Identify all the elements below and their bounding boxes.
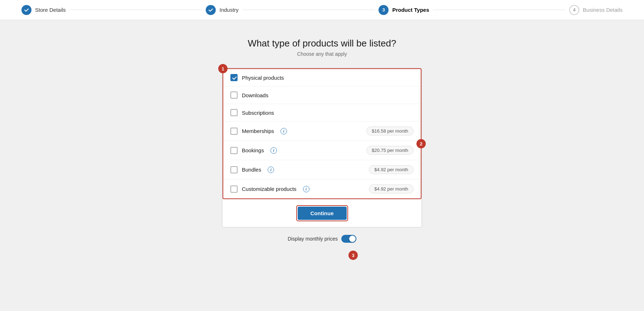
product-item-subscriptions[interactable]: Subscriptions xyxy=(223,104,421,122)
step-circle-business-details: 4 xyxy=(569,5,579,15)
continue-btn-wrapper: Continue xyxy=(296,205,348,221)
product-item-downloads[interactable]: Downloads xyxy=(223,87,421,104)
annotation-badge-1: 1 xyxy=(218,64,228,73)
annotation-badge-3: 3 xyxy=(348,251,358,260)
step-label-business-details: Business Details xyxy=(583,7,623,13)
page-title: What type of products will be listed? xyxy=(248,38,396,49)
product-name-memberships: Memberships xyxy=(242,128,274,134)
price-memberships: $16.58 per month xyxy=(366,127,414,135)
checkbox-memberships[interactable] xyxy=(230,128,238,135)
step-industry[interactable]: Industry xyxy=(206,5,238,15)
product-name-physical: Physical products xyxy=(242,75,284,81)
step-circle-product-types: 3 xyxy=(379,5,389,15)
checkbox-physical[interactable] xyxy=(230,74,238,81)
product-left-subscriptions: Subscriptions xyxy=(230,109,274,116)
info-icon-memberships[interactable]: i xyxy=(280,128,287,134)
checkbox-bundles[interactable] xyxy=(230,166,238,173)
monthly-label: Display monthly prices xyxy=(288,236,338,242)
step-divider-3 xyxy=(433,10,566,10)
product-left-bundles: Bundles i xyxy=(230,166,274,173)
price-bookings: $20.75 per month xyxy=(366,146,414,155)
product-name-customizable: Customizable products xyxy=(242,186,297,192)
step-product-types[interactable]: 3 Product Types xyxy=(379,5,429,15)
product-left-customizable: Customizable products i xyxy=(230,186,309,193)
step-divider-2 xyxy=(242,10,375,10)
info-icon-bundles[interactable]: i xyxy=(268,167,274,173)
page-subtitle: Choose any that apply xyxy=(297,51,347,57)
continue-area: Continue xyxy=(223,199,421,227)
product-item-bookings[interactable]: Bookings i $20.75 per month xyxy=(223,141,421,160)
step-divider-1 xyxy=(69,10,203,10)
product-card: Physical products Downloads Subscription… xyxy=(222,68,422,228)
product-name-bookings: Bookings xyxy=(242,147,264,153)
step-label-industry: Industry xyxy=(219,7,238,13)
product-item-memberships[interactable]: Memberships i $16.58 per month xyxy=(223,122,421,141)
step-label-store-details: Store Details xyxy=(35,7,66,13)
product-item-physical[interactable]: Physical products xyxy=(223,69,421,87)
stepper: Store Details Industry 3 Product Types 4… xyxy=(0,0,644,20)
checkbox-bookings[interactable] xyxy=(230,147,238,154)
step-label-product-types: Product Types xyxy=(392,7,429,13)
product-left-memberships: Memberships i xyxy=(230,128,287,135)
step-circle-industry xyxy=(206,5,216,15)
step-business-details[interactable]: 4 Business Details xyxy=(569,5,623,15)
product-left-physical: Physical products xyxy=(230,74,284,81)
product-left-bookings: Bookings i xyxy=(230,147,277,154)
product-item-bundles[interactable]: Bundles i $4.92 per month xyxy=(223,160,421,179)
product-name-subscriptions: Subscriptions xyxy=(242,110,274,116)
main-content: What type of products will be listed? Ch… xyxy=(0,20,644,257)
price-bundles: $4.92 per month xyxy=(369,165,414,174)
product-item-customizable[interactable]: Customizable products i $4.92 per month xyxy=(223,179,421,198)
step-store-details[interactable]: Store Details xyxy=(21,5,66,15)
product-name-downloads: Downloads xyxy=(242,92,268,98)
product-left-downloads: Downloads xyxy=(230,92,268,99)
step-circle-store-details xyxy=(21,5,31,15)
info-icon-bookings[interactable]: i xyxy=(270,147,277,154)
checkbox-subscriptions[interactable] xyxy=(230,109,238,116)
product-name-bundles: Bundles xyxy=(242,167,261,173)
annotation-badge-2: 2 xyxy=(416,139,426,148)
price-customizable: $4.92 per month xyxy=(369,184,414,193)
continue-button[interactable]: Continue xyxy=(298,207,347,220)
monthly-toggle-switch[interactable] xyxy=(341,235,356,243)
info-icon-customizable[interactable]: i xyxy=(303,186,309,192)
checkbox-customizable[interactable] xyxy=(230,186,238,193)
checkbox-downloads[interactable] xyxy=(230,92,238,99)
card-wrapper: 1 2 Physical products Downloads xyxy=(222,68,422,243)
monthly-toggle-row: Display monthly prices xyxy=(222,235,422,243)
product-list: Physical products Downloads Subscription… xyxy=(223,68,421,199)
